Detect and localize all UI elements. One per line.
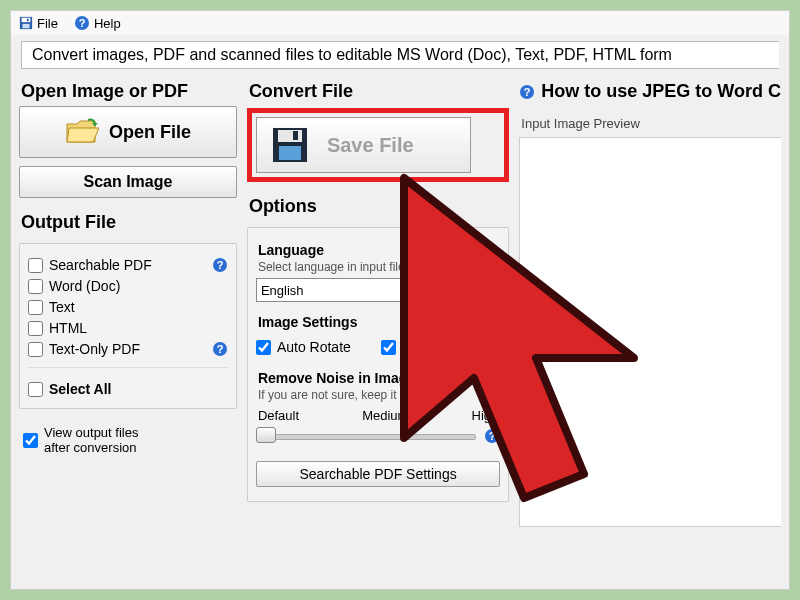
output-option-label: Text-Only PDF	[49, 341, 140, 357]
svg-rect-13	[279, 146, 301, 160]
svg-text:?: ?	[217, 343, 224, 355]
help-icon: ?	[74, 15, 90, 31]
help-icon: ?	[519, 84, 535, 100]
output-option-checkbox[interactable]	[28, 258, 43, 273]
output-option-checkbox[interactable]	[28, 342, 43, 357]
menu-help[interactable]: ? Help	[74, 15, 121, 31]
floppy-icon	[19, 16, 33, 30]
select-all-checkbox[interactable]	[28, 382, 43, 397]
svg-rect-1	[22, 18, 31, 22]
open-section-title: Open Image or PDF	[21, 81, 237, 102]
preview-label: Input Image Preview	[519, 116, 781, 131]
preview-pane	[519, 137, 781, 527]
folder-icon	[65, 118, 99, 146]
output-option-label: Word (Doc)	[49, 278, 120, 294]
noise-title: Remove Noise in Image	[258, 370, 500, 386]
svg-rect-3	[27, 19, 29, 22]
help-icon[interactable]: ?	[484, 428, 500, 444]
svg-text:?: ?	[79, 17, 86, 29]
svg-rect-12	[278, 130, 302, 142]
output-option-row: Word (Doc)	[28, 278, 228, 294]
banner-text: Convert images, PDF and scanned files to…	[21, 41, 779, 69]
help-icon[interactable]: ?	[212, 341, 228, 357]
menu-file-label: File	[37, 16, 58, 31]
output-group: Searchable PDF?Word (Doc)TextHTMLText-On…	[19, 243, 237, 409]
menu-help-label: Help	[94, 16, 121, 31]
floppy-icon	[271, 126, 309, 164]
svg-rect-2	[23, 24, 30, 28]
scan-image-button[interactable]: Scan Image	[19, 166, 237, 198]
options-section-title: Options	[249, 196, 509, 217]
output-option-row: Searchable PDF?	[28, 257, 228, 273]
menubar: File ? Help	[11, 11, 789, 35]
deskew-label: Desk	[402, 339, 434, 355]
output-option-label: Text	[49, 299, 75, 315]
svg-text:?: ?	[489, 430, 496, 442]
options-group: Language Select language in input file E…	[247, 227, 509, 502]
output-option-label: HTML	[49, 320, 87, 336]
svg-text:?: ?	[217, 259, 224, 271]
help-icon[interactable]: ?	[212, 257, 228, 273]
select-all-label: Select All	[49, 381, 112, 397]
output-option-checkbox[interactable]	[28, 321, 43, 336]
howto-title: How to use JPEG to Word C	[541, 81, 781, 102]
language-hint: Select language in input file	[258, 260, 500, 274]
output-option-row: Text	[28, 299, 228, 315]
view-output-checkbox[interactable]	[23, 433, 38, 448]
svg-text:?: ?	[524, 86, 531, 98]
output-option-checkbox[interactable]	[28, 300, 43, 315]
output-section-title: Output File	[21, 212, 237, 233]
app-window: File ? Help Convert images, PDF and scan…	[10, 10, 790, 590]
output-option-row: HTML	[28, 320, 228, 336]
howto-title-row: ? How to use JPEG to Word C	[519, 81, 781, 102]
scan-image-label: Scan Image	[83, 173, 172, 191]
auto-rotate-checkbox[interactable]	[256, 340, 271, 355]
language-select[interactable]: English	[256, 278, 500, 302]
searchable-pdf-settings-button[interactable]: Searchable PDF Settings	[256, 461, 500, 487]
open-file-button[interactable]: Open File	[19, 106, 237, 158]
menu-file[interactable]: File	[19, 16, 58, 31]
noise-label-high: High	[472, 408, 499, 423]
noise-label-default: Default	[258, 408, 299, 423]
convert-section-title: Convert File	[249, 81, 509, 102]
language-title: Language	[258, 242, 500, 258]
output-option-checkbox[interactable]	[28, 279, 43, 294]
output-option-label: Searchable PDF	[49, 257, 152, 273]
noise-label-medium: Medium	[362, 408, 408, 423]
svg-rect-14	[293, 131, 298, 140]
image-settings-title: Image Settings	[258, 314, 500, 330]
output-option-row: Text-Only PDF?	[28, 341, 228, 357]
save-file-button[interactable]: Save File	[256, 117, 471, 173]
view-output-label: View output files after conversion	[44, 425, 138, 455]
open-file-label: Open File	[109, 122, 191, 143]
noise-hint: If you are not sure, keep it as "def	[258, 388, 500, 402]
noise-slider[interactable]	[256, 425, 476, 447]
save-file-label: Save File	[327, 134, 414, 157]
auto-rotate-label: Auto Rotate	[277, 339, 351, 355]
deskew-checkbox[interactable]	[381, 340, 396, 355]
save-file-highlight: Save File	[247, 108, 509, 182]
